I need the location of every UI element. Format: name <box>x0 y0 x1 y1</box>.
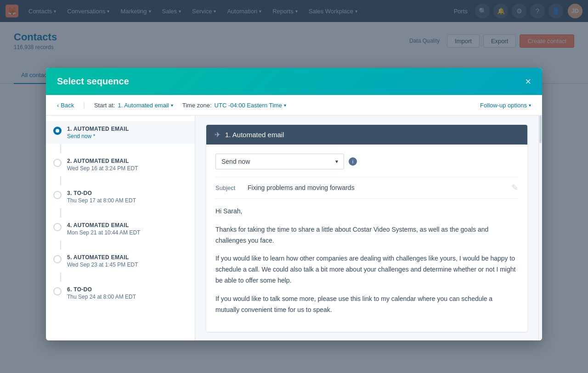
sequence-main-content: ✈ 1. Automated email Send now ▾ i <box>195 116 538 340</box>
seq-item-6-name: 6. TO-DO <box>67 286 136 293</box>
chevron-down-icon: ▾ <box>171 103 173 108</box>
chevron-down-icon: ▾ <box>529 103 531 108</box>
seq-connector-4 <box>60 240 61 250</box>
seq-connector-2 <box>60 176 61 185</box>
start-at-dropdown[interactable]: 1. Automated email ▾ <box>118 102 173 109</box>
sequence-radio-4 <box>53 223 62 231</box>
subject-value: Fixing problems and moving forwards <box>248 184 511 191</box>
seq-item-4-time: Mon Sep 21 at 10:44 AM EDT <box>67 229 140 236</box>
email-card-title: 1. Automated email <box>225 131 284 139</box>
seq-item-5-name: 5. AUTOMATED EMAIL <box>67 254 138 261</box>
info-icon[interactable]: i <box>349 157 357 166</box>
modal-subheader: ‹ Back | Start at: 1. Automated email ▾ … <box>46 95 542 116</box>
seq-item-1-time: Send now * <box>67 133 129 139</box>
sequence-sidebar: 1. AUTOMATED EMAIL Send now * 2. AUTOMAT… <box>46 116 195 340</box>
seq-connector-5 <box>60 273 61 282</box>
email-para-3: If you would like to talk some more, ple… <box>215 294 518 316</box>
back-link[interactable]: ‹ Back <box>57 102 74 109</box>
seq-item-4-name: 4. AUTOMATED EMAIL <box>67 222 140 228</box>
start-at-label: Start at: <box>94 102 115 109</box>
sequence-radio-6 <box>53 287 62 295</box>
sequence-item-1[interactable]: 1. AUTOMATED EMAIL Send now * <box>46 121 195 144</box>
chevron-down-icon: ▾ <box>284 103 286 108</box>
chevron-down-icon: ▾ <box>335 158 338 165</box>
email-para-2: If you would like to learn how other com… <box>215 253 518 286</box>
followup-options-button[interactable]: Follow-up options ▾ <box>480 102 531 109</box>
seq-item-3-name: 3. TO-DO <box>67 190 136 196</box>
subject-label: Subject <box>215 184 248 191</box>
email-greeting: Hi Sarah, <box>215 206 518 217</box>
subject-row: Subject Fixing problems and moving forwa… <box>215 177 518 199</box>
timezone-label: Time zone: <box>182 102 212 109</box>
sequence-item-2[interactable]: 2. AUTOMATED EMAIL Wed Sep 16 at 3:24 PM… <box>46 153 195 176</box>
scrollbar-thumb <box>539 116 542 143</box>
modal-scrollbar[interactable] <box>538 116 542 340</box>
sequence-radio-1 <box>53 127 62 135</box>
sequence-item-3[interactable]: 3. TO-DO Thu Sep 17 at 8:00 AM EDT <box>46 185 195 208</box>
email-para-1: Thanks for taking the time to share a li… <box>215 224 518 246</box>
email-card-header: ✈ 1. Automated email <box>206 125 527 145</box>
seq-connector-1 <box>60 144 61 153</box>
seq-item-2-name: 2. AUTOMATED EMAIL <box>67 158 138 164</box>
select-sequence-modal: Select sequence × ‹ Back | Start at: 1. … <box>46 68 542 340</box>
timezone-dropdown[interactable]: UTC -04:00 Eastern Time ▾ <box>215 102 286 109</box>
seq-connector-3 <box>60 208 61 217</box>
seq-item-3-time: Thu Sep 17 at 8:00 AM EDT <box>67 197 136 204</box>
paper-plane-icon: ✈ <box>215 130 220 139</box>
send-now-dropdown[interactable]: Send now ▾ <box>215 154 344 169</box>
seq-item-6-time: Thu Sep 24 at 8:00 AM EDT <box>67 294 136 300</box>
modal-body: 1. AUTOMATED EMAIL Send now * 2. AUTOMAT… <box>46 116 542 340</box>
sequence-radio-3 <box>53 191 62 199</box>
modal-title: Select sequence <box>57 76 129 87</box>
send-dropdown-row: Send now ▾ i <box>215 154 518 169</box>
sequence-item-4[interactable]: 4. AUTOMATED EMAIL Mon Sep 21 at 10:44 A… <box>46 217 195 240</box>
sequence-radio-2 <box>53 159 62 167</box>
sequence-radio-5 <box>53 255 62 263</box>
modal-header: Select sequence × <box>46 68 542 95</box>
seq-item-5-time: Wed Sep 23 at 1:45 PM EDT <box>67 262 138 268</box>
sequence-item-6[interactable]: 6. TO-DO Thu Sep 24 at 8:00 AM EDT <box>46 282 195 305</box>
close-button[interactable]: × <box>525 77 531 87</box>
edit-icon[interactable]: ✎ <box>511 183 518 193</box>
sequence-item-5[interactable]: 5. AUTOMATED EMAIL Wed Sep 23 at 1:45 PM… <box>46 250 195 273</box>
email-card: ✈ 1. Automated email Send now ▾ i <box>206 125 527 332</box>
seq-item-1-name: 1. AUTOMATED EMAIL <box>67 126 129 132</box>
back-arrow-icon: ‹ <box>57 102 59 109</box>
email-card-body: Send now ▾ i Subject Fixing problems and… <box>206 145 527 332</box>
email-body: Hi Sarah, Thanks for taking the time to … <box>215 206 518 315</box>
seq-item-2-time: Wed Sep 16 at 3:24 PM EDT <box>67 165 138 172</box>
